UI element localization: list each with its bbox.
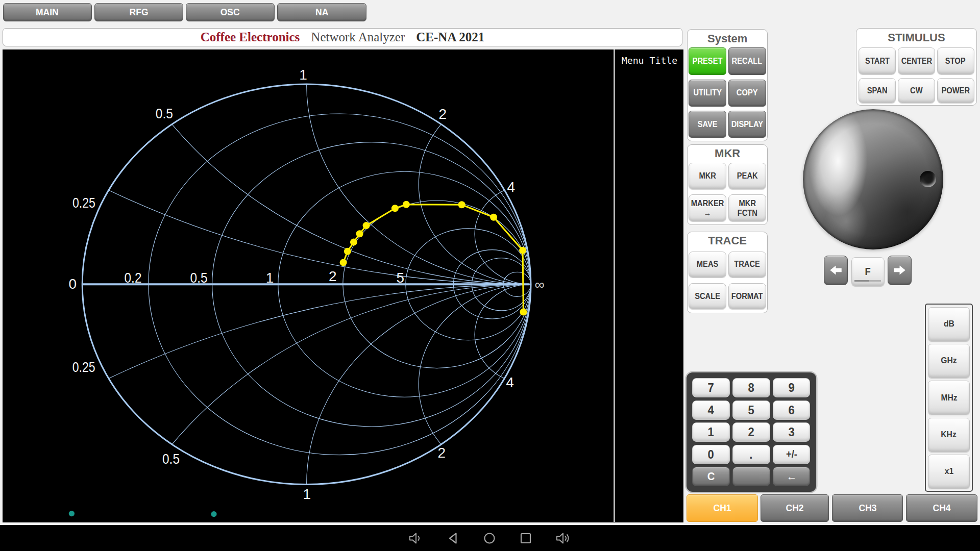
key-2[interactable]: 2 — [732, 422, 770, 442]
trace-marker — [458, 201, 465, 208]
ch4-button[interactable]: CH4 — [906, 494, 977, 522]
key-4[interactable]: 4 — [692, 400, 730, 420]
trace-marker — [403, 201, 410, 208]
meas-button[interactable]: MEAS — [689, 252, 726, 277]
key-5[interactable]: 5 — [732, 400, 770, 420]
trace-marker — [519, 247, 526, 254]
utility-button[interactable]: UTILITY — [689, 80, 726, 107]
units-column: dB GHz MHz KHz x1 — [925, 304, 973, 492]
mhz-button[interactable]: MHz — [928, 381, 970, 415]
ch3-button[interactable]: CH3 — [832, 494, 903, 522]
chart-grid-label: 1 — [266, 270, 274, 286]
speaker-shape — [410, 533, 416, 543]
key-0-label: 0 — [708, 447, 714, 462]
recall-button[interactable]: RECALL — [728, 47, 766, 75]
db-button[interactable]: dB — [928, 307, 970, 341]
chart-grid-label: 0 — [69, 276, 77, 292]
key-9[interactable]: 9 — [773, 378, 811, 397]
volume-down-icon[interactable] — [408, 532, 424, 545]
trace-marker — [363, 222, 370, 229]
jog-left-button[interactable] — [824, 256, 848, 285]
key-decimal-label: . — [750, 447, 753, 462]
khz-label: KHz — [941, 430, 957, 440]
key-3[interactable]: 3 — [773, 422, 811, 442]
key-7[interactable]: 7 — [692, 378, 730, 397]
display-button[interactable]: DISPLAY — [728, 111, 766, 138]
save-button[interactable]: SAVE — [689, 111, 726, 138]
span-button[interactable]: SPAN — [859, 78, 896, 103]
power-button[interactable]: POWER — [937, 78, 974, 103]
jog-function-button[interactable]: F — [851, 257, 885, 286]
mkr-button[interactable]: MKR — [689, 163, 726, 190]
chart-grid-label: 2 — [329, 268, 337, 284]
key-8[interactable]: 8 — [732, 378, 770, 397]
center-label: CENTER — [901, 57, 932, 66]
trace-marker — [356, 230, 363, 237]
start-button[interactable]: START — [859, 47, 896, 74]
screen-bezel — [3, 522, 683, 525]
chart-grid-label: 2 — [439, 106, 447, 122]
display-label: DISPLAY — [731, 120, 763, 129]
trace-button[interactable]: TRACE — [728, 252, 766, 277]
system-panel-title: System — [688, 32, 768, 45]
key-blank[interactable] — [732, 467, 770, 486]
tab-main[interactable]: MAIN — [3, 3, 92, 21]
ghz-label: GHz — [941, 356, 957, 366]
trace-marker — [490, 213, 497, 220]
format-button[interactable]: FORMAT — [728, 283, 766, 310]
x1-button[interactable]: x1 — [928, 455, 970, 489]
db-label: dB — [944, 319, 954, 329]
peak-button[interactable]: PEAK — [728, 163, 766, 190]
trace-marker — [520, 308, 527, 315]
key-0[interactable]: 0 — [692, 445, 730, 464]
save-label: SAVE — [698, 120, 718, 129]
tab-rfg-label: RFG — [130, 7, 149, 18]
back-icon[interactable] — [447, 532, 460, 545]
ch2-button[interactable]: CH2 — [761, 494, 829, 522]
trace-marker — [344, 247, 351, 255]
home-icon[interactable] — [483, 532, 496, 545]
preset-button[interactable]: PRESET — [689, 47, 726, 75]
khz-button[interactable]: KHz — [928, 418, 970, 452]
rotary-knob[interactable] — [803, 109, 943, 249]
scale-label: SCALE — [695, 292, 720, 301]
ch1-button[interactable]: CH1 — [687, 494, 758, 522]
ghz-button[interactable]: GHz — [928, 344, 970, 378]
cw-button[interactable]: CW — [898, 78, 935, 103]
tab-osc[interactable]: OSC — [186, 3, 275, 21]
key-plus-minus[interactable]: +/- — [773, 445, 811, 464]
key-9-label: 9 — [788, 381, 794, 395]
stimulus-button-grid: START CENTER STOP SPAN CW POWER — [856, 44, 976, 103]
chart-grid-label: 5 — [397, 270, 405, 286]
key-clear[interactable]: C — [692, 467, 730, 486]
key-1-label: 1 — [708, 425, 714, 439]
marker-to-label: MARKER → — [691, 198, 724, 218]
ch1-label: CH1 — [713, 503, 731, 514]
start-label: START — [865, 57, 890, 66]
volume-up-icon[interactable] — [555, 532, 572, 545]
x1-label: x1 — [944, 466, 953, 477]
stimulus-panel: STIMULUS START CENTER STOP SPAN CW POWER — [856, 28, 976, 105]
tab-main-label: MAIN — [36, 7, 59, 18]
tab-na[interactable]: NA — [277, 3, 366, 21]
arrow-right-icon — [893, 264, 906, 276]
jog-right-button[interactable] — [888, 256, 912, 285]
recents-icon[interactable] — [519, 532, 532, 545]
tab-rfg[interactable]: RFG — [94, 3, 184, 21]
marker-to-button[interactable]: MARKER → — [689, 194, 726, 221]
cw-label: CW — [910, 86, 923, 95]
recall-label: RECALL — [732, 57, 763, 66]
numeric-keypad: 7 8 9 4 5 6 1 2 3 0 . +/- C ← — [687, 372, 816, 492]
stop-button[interactable]: STOP — [937, 47, 974, 74]
arrow-left-icon — [829, 264, 843, 276]
speaker-wave — [419, 536, 419, 540]
infinity-label: ∞ — [535, 277, 545, 292]
copy-button[interactable]: COPY — [728, 80, 766, 107]
key-decimal[interactable]: . — [732, 445, 770, 464]
center-button[interactable]: CENTER — [898, 47, 935, 74]
mkr-fctn-button[interactable]: MKR FCTN — [728, 194, 766, 221]
key-6[interactable]: 6 — [773, 400, 811, 420]
key-1[interactable]: 1 — [692, 422, 730, 442]
scale-button[interactable]: SCALE — [689, 283, 726, 310]
key-backspace[interactable]: ← — [773, 467, 811, 486]
